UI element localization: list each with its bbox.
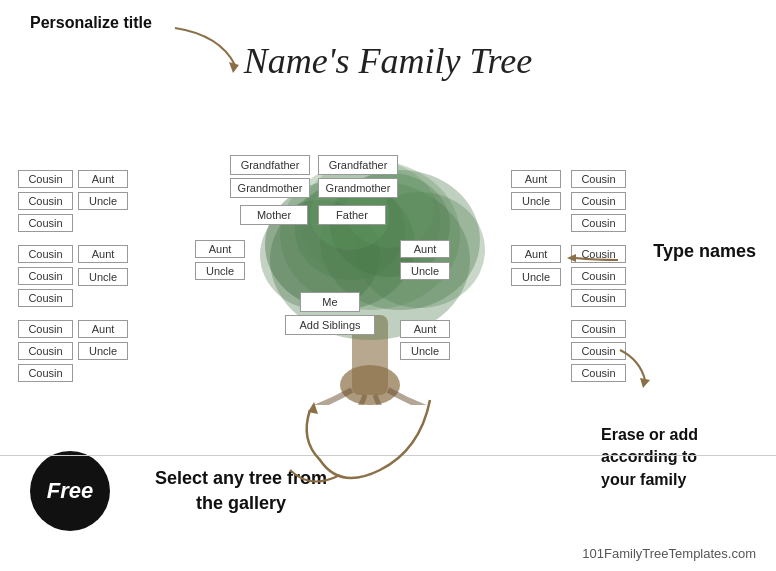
aunt-box-right-3: Aunt (400, 320, 450, 338)
cousin-box-right-2: Cousin (571, 192, 626, 210)
grandfather-box-1: Grandfather (230, 155, 310, 175)
svg-marker-16 (308, 402, 318, 414)
uncle-center-right-box: Uncle (400, 262, 450, 280)
page: Personalize title Name's Family Tree Typ… (0, 0, 776, 571)
grandfather-box-2: Grandfather (318, 155, 398, 175)
cousin-box-right-4: Cousin (571, 245, 626, 263)
svg-marker-15 (640, 378, 650, 388)
cousin-box-right-3: Cousin (571, 214, 626, 232)
aunt-box-left-2: Aunt (78, 245, 128, 263)
svg-point-0 (340, 365, 400, 405)
aunt-box-right-1: Aunt (511, 170, 561, 188)
aunt-box-right-2: Aunt (511, 245, 561, 263)
cousin-box-left-6: Cousin (18, 289, 73, 307)
svg-marker-13 (229, 62, 239, 73)
aunt-box-left-3: Aunt (78, 320, 128, 338)
free-text: Free (47, 478, 93, 504)
cousin-box-left-7: Cousin (18, 320, 73, 338)
svg-point-3 (265, 180, 415, 310)
erase-add-label: Erase or addaccording toyour family (601, 424, 761, 491)
aunt-center-left-box: Aunt (195, 240, 245, 258)
grandmother-box-1: Grandmother (230, 178, 310, 198)
website-url: 101FamilyTreeTemplates.com (582, 546, 756, 561)
cousin-box-right-5: Cousin (571, 267, 626, 285)
uncle-box-left-3: Uncle (78, 342, 128, 360)
cousin-box-right-1: Cousin (571, 170, 626, 188)
cousin-box-right-6: Cousin (571, 289, 626, 307)
grandmother-box-2: Grandmother (318, 178, 398, 198)
type-names-label: Type names (653, 240, 756, 263)
cousin-box-left-4: Cousin (18, 245, 73, 263)
uncle-center-left-box: Uncle (195, 262, 245, 280)
cousin-box-left-5: Cousin (18, 267, 73, 285)
cousin-box-left-2: Cousin (18, 192, 73, 210)
uncle-box-left-1: Uncle (78, 192, 128, 210)
uncle-box-right-1: Uncle (511, 192, 561, 210)
cousin-box-left-9: Cousin (18, 364, 73, 382)
divider-line (0, 455, 776, 456)
aunt-box-left-1: Aunt (78, 170, 128, 188)
cousin-box-left-8: Cousin (18, 342, 73, 360)
free-badge: Free (30, 451, 110, 531)
cousin-box-left-3: Cousin (18, 214, 73, 232)
family-tree-title: Name's Family Tree (244, 40, 532, 82)
uncle-box-right-2: Uncle (511, 268, 561, 286)
siblings-box: Add Siblings (285, 315, 375, 335)
uncle-box-right-3: Uncle (400, 342, 450, 360)
cousin-box-left-1: Cousin (18, 170, 73, 188)
cousin-box-right-9: Cousin (571, 364, 626, 382)
cousin-box-right-7: Cousin (571, 320, 626, 338)
me-box: Me (300, 292, 360, 312)
father-box: Father (318, 205, 386, 225)
cousin-box-right-8: Cousin (571, 342, 626, 360)
uncle-box-left-2: Uncle (78, 268, 128, 286)
select-gallery-label: Select any tree fromthe gallery (155, 466, 327, 516)
title-area: Name's Family Tree (244, 40, 532, 82)
aunt-center-right-box: Aunt (400, 240, 450, 258)
personalize-label: Personalize title (30, 14, 152, 32)
mother-box: Mother (240, 205, 308, 225)
